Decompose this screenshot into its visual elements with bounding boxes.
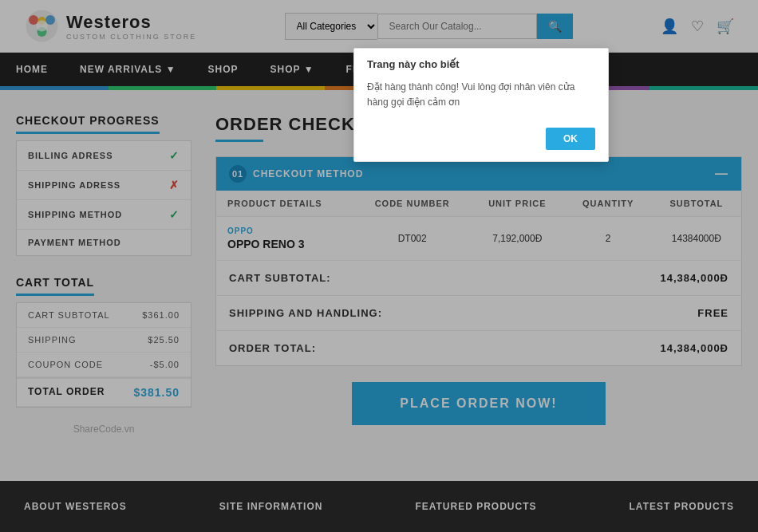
modal-footer: OK (354, 121, 608, 161)
modal-title: Trang này cho biết (367, 58, 595, 70)
modal-ok-button[interactable]: OK (546, 128, 595, 150)
modal-header: Trang này cho biết (354, 49, 608, 80)
modal-box: Trang này cho biết Đặt hàng thành công! … (353, 48, 609, 162)
modal-body: Đặt hàng thành công! Vui lòng đợi nhân v… (354, 80, 608, 121)
